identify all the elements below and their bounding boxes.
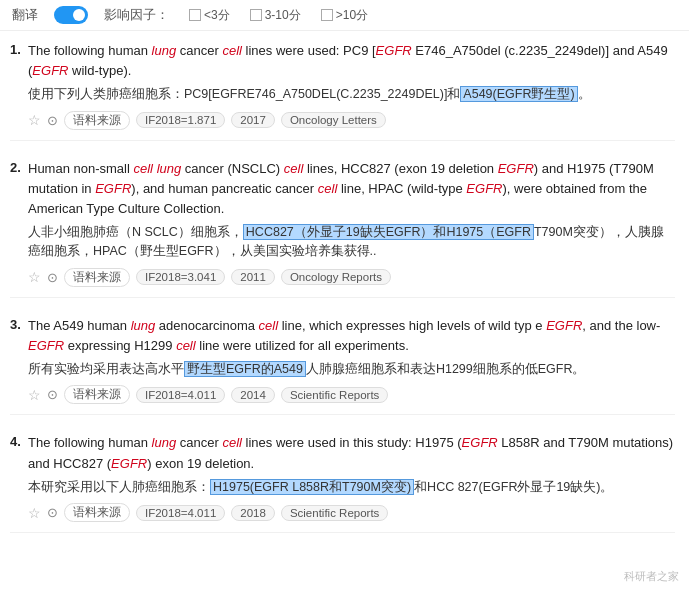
translate-label: 翻译 [12,6,38,24]
entry-3-en: The A549 human lung adenocarcinoma cell … [28,316,675,356]
entry-3-index: 3. [10,316,28,332]
filter-3-10-checkbox[interactable] [250,9,262,21]
entry-2: 2. Human non-small cell lung cancer (NSC… [10,159,675,298]
filter-label: 影响因子： [104,6,169,24]
entry-1-zh: 使用下列人类肺癌细胞系：PC9[EGFRE746_A750DEL(C.2235_… [28,85,675,104]
entry-3-journal-tag[interactable]: Scientific Reports [281,387,388,403]
entry-1: 1. The following human lung cancer cell … [10,41,675,141]
filter-3-10-label: 3-10分 [265,7,301,24]
entry-1-meta: ☆ ⊙ 语料来源 IF2018=1.871 2017 Oncology Lett… [28,111,675,130]
entry-2-journal-tag[interactable]: Oncology Reports [281,269,391,285]
entry-4-if-tag[interactable]: IF2018=4.011 [136,505,225,521]
translate-toggle[interactable] [54,6,88,24]
entry-1-recycle[interactable]: ⊙ [47,113,58,128]
entry-4-index: 4. [10,433,28,449]
entry-4-en: The following human lung cancer cell lin… [28,433,675,473]
entry-4-recycle[interactable]: ⊙ [47,505,58,520]
entry-1-journal-tag[interactable]: Oncology Letters [281,112,386,128]
entry-1-highlight: A549(EGFR野生型) [460,86,577,102]
entry-1-star[interactable]: ☆ [28,112,41,128]
filter-3-10[interactable]: 3-10分 [250,7,301,24]
results-list: 1. The following human lung cancer cell … [0,31,689,561]
entry-3-zh: 所有实验均采用表达高水平野生型EGFR的A549人肺腺癌细胞系和表达H1299细… [28,360,675,379]
entry-3-recycle[interactable]: ⊙ [47,387,58,402]
entry-1-year-tag[interactable]: 2017 [231,112,275,128]
watermark: 科研者之家 [624,569,679,584]
entry-4-year-tag[interactable]: 2018 [231,505,275,521]
entry-3-source-tag[interactable]: 语料来源 [64,385,130,404]
entry-2-source-tag[interactable]: 语料来源 [64,268,130,287]
entry-3-if-tag[interactable]: IF2018=4.011 [136,387,225,403]
entry-1-en: The following human lung cancer cell lin… [28,41,675,81]
entry-4-source-tag[interactable]: 语料来源 [64,503,130,522]
entry-3: 3. The A549 human lung adenocarcinoma ce… [10,316,675,416]
entry-3-highlight: 野生型EGFR的A549 [184,361,306,377]
entry-4-journal-tag[interactable]: Scientific Reports [281,505,388,521]
entry-1-index: 1. [10,41,28,57]
entry-1-if-tag[interactable]: IF2018=1.871 [136,112,225,128]
entry-3-star[interactable]: ☆ [28,387,41,403]
entry-3-year-tag[interactable]: 2014 [231,387,275,403]
entry-2-highlight: HCC827（外显子19缺失EGFR）和H1975（EGFR [243,224,534,240]
entry-2-en: Human non-small cell lung cancer (NSCLC)… [28,159,675,219]
filter-gt10-label: >10分 [336,7,368,24]
entry-2-year-tag[interactable]: 2011 [231,269,275,285]
entry-4-highlight: H1975(EGFR L858R和T790M突变) [210,479,414,495]
entry-2-index: 2. [10,159,28,175]
filter-lt3[interactable]: <3分 [189,7,230,24]
entry-4: 4. The following human lung cancer cell … [10,433,675,533]
filter-gt10[interactable]: >10分 [321,7,368,24]
entry-2-meta: ☆ ⊙ 语料来源 IF2018=3.041 2011 Oncology Repo… [28,268,675,287]
entry-2-if-tag[interactable]: IF2018=3.041 [136,269,225,285]
filter-lt3-label: <3分 [204,7,230,24]
entry-3-meta: ☆ ⊙ 语料来源 IF2018=4.011 2014 Scientific Re… [28,385,675,404]
entry-4-meta: ☆ ⊙ 语料来源 IF2018=4.011 2018 Scientific Re… [28,503,675,522]
entry-1-source-tag[interactable]: 语料来源 [64,111,130,130]
entry-4-star[interactable]: ☆ [28,505,41,521]
entry-2-star[interactable]: ☆ [28,269,41,285]
entry-4-zh: 本研究采用以下人肺癌细胞系：H1975(EGFR L858R和T790M突变)和… [28,478,675,497]
filter-gt10-checkbox[interactable] [321,9,333,21]
entry-2-zh: 人非小细胞肺癌（N SCLC）细胞系，HCC827（外显子19缺失EGFR）和H… [28,223,675,262]
entry-2-recycle[interactable]: ⊙ [47,270,58,285]
top-bar: 翻译 影响因子： <3分 3-10分 >10分 [0,0,689,31]
filter-lt3-checkbox[interactable] [189,9,201,21]
